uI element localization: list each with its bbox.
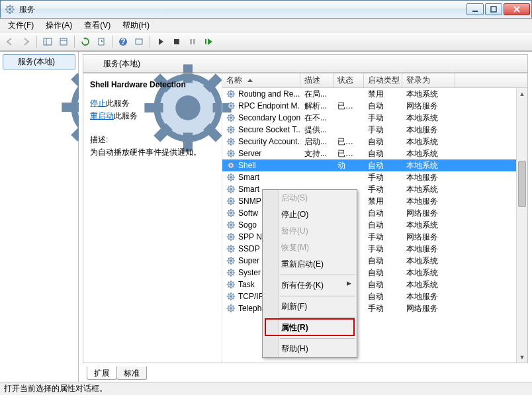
refresh-button[interactable] [78, 34, 93, 49]
col-name[interactable]: 名称 [222, 73, 300, 87]
vertical-scrollbar[interactable]: ▲ ▼ [516, 88, 527, 363]
tab-extended[interactable]: 扩展 [87, 367, 117, 380]
cell-name: RPC Endpoint M... [238, 101, 300, 110]
menu-action[interactable]: 操作(A) [40, 19, 77, 32]
stop-service-button[interactable] [169, 34, 184, 49]
ctx-restart[interactable]: 重新启动(E) [263, 256, 357, 273]
svg-text:?: ? [120, 37, 125, 46]
cell-start: 自动 [364, 148, 402, 159]
ctx-start[interactable]: 启动(S) [263, 190, 357, 206]
cell-start: 手动 [364, 112, 402, 124]
ctx-refresh[interactable]: 刷新(F) [263, 298, 357, 315]
col-status[interactable]: 状态 [333, 73, 364, 87]
cell-logon: 本地系统 [402, 279, 455, 290]
back-button[interactable] [3, 34, 17, 49]
list-header: 名称 描述 状态 启动类型 登录为 [222, 73, 527, 88]
col-desc[interactable]: 描述 [300, 73, 333, 87]
menu-file[interactable]: 文件(F) [3, 19, 39, 32]
cell-name: Server [238, 149, 261, 158]
table-row[interactable]: RPC Endpoint M...解析...已启动自动网络服务 [222, 100, 527, 112]
cell-name: Softw [238, 208, 258, 218]
forward-button[interactable] [19, 34, 33, 49]
scroll-down-icon[interactable]: ▼ [517, 351, 527, 363]
ctx-pause[interactable]: 暂停(U) [263, 223, 357, 240]
cell-logon: 本地系统 [402, 160, 455, 171]
start-service-button[interactable] [154, 34, 168, 49]
cell-logon: 本地服务 [402, 243, 455, 255]
ctx-all-tasks[interactable]: 所有任务(K) [263, 277, 357, 294]
cell-start: 禁用 [364, 89, 402, 100]
gear-icon [226, 220, 236, 230]
menubar: 文件(F) 操作(A) 查看(V) 帮助(H) [0, 19, 532, 32]
restart-link-line: 重启动此服务 [90, 110, 215, 122]
cell-start: 手动 [364, 184, 402, 195]
gear-icon [226, 244, 236, 253]
svg-rect-23 [190, 39, 192, 44]
cell-name: Sogo [238, 220, 257, 230]
description-label: 描述: [90, 134, 215, 146]
cell-logon: 本地系统 [402, 255, 455, 267]
table-row[interactable]: Security Account...启动...已启动自动本地系统 [222, 136, 527, 148]
scroll-up-icon[interactable]: ▲ [517, 88, 527, 99]
scroll-thumb[interactable] [518, 161, 526, 207]
ctx-stop[interactable]: 停止(O) [263, 206, 357, 223]
stop-link-line: 停止此服务 [90, 97, 215, 110]
table-row[interactable]: Shell动自动本地系统 [222, 159, 527, 171]
svg-rect-11 [491, 7, 496, 12]
pause-service-button[interactable] [185, 34, 200, 49]
stop-link[interactable]: 停止 [90, 99, 106, 108]
cell-name: SSDP [238, 244, 260, 253]
cell-desc: 提供... [300, 124, 333, 136]
cell-status: 已启动 [333, 148, 364, 159]
cell-name: Smart [238, 173, 259, 182]
col-start[interactable]: 启动类型 [364, 73, 402, 87]
table-row[interactable]: Routing and Re...在局...禁用本地系统 [222, 88, 527, 100]
gear-icon [226, 197, 236, 206]
properties-toolbar-button[interactable] [56, 34, 71, 49]
col-logon[interactable]: 登录为 [402, 73, 455, 87]
tree-item-services-local[interactable]: 服务(本地) [3, 54, 75, 69]
help-button[interactable]: ? [116, 34, 130, 49]
cell-start: 自动 [364, 220, 402, 231]
cell-logon: 本地系统 [402, 148, 455, 159]
cell-logon: 网络服务 [402, 232, 455, 243]
cell-logon: 本地服务 [402, 291, 455, 302]
app-icon [5, 4, 15, 15]
cell-name: Secure Socket T... [238, 125, 300, 134]
gear-icon [226, 113, 236, 122]
cell-status: 动 [333, 160, 364, 171]
panel-header: 服务(本地) [83, 54, 528, 73]
table-row[interactable]: Server支持...已启动自动本地系统 [222, 148, 527, 159]
tab-standard[interactable]: 标准 [116, 367, 147, 380]
cell-logon: 本地服务 [402, 196, 455, 207]
statusbar-text: 打开当前选择的属性对话框。 [4, 383, 107, 394]
show-hide-tree-button[interactable] [40, 34, 55, 49]
close-button[interactable] [504, 3, 530, 15]
menu-help[interactable]: 帮助(H) [117, 19, 155, 32]
cell-desc: 解析... [300, 101, 333, 112]
table-row[interactable]: Secondary Logon在不...手动本地系统 [222, 112, 527, 124]
cell-name: Super [238, 256, 259, 265]
statusbar: 打开当前选择的属性对话框。 [0, 382, 532, 395]
restart-link[interactable]: 重启动 [90, 111, 114, 120]
menu-view[interactable]: 查看(V) [79, 19, 116, 32]
svg-rect-22 [174, 39, 179, 44]
svg-rect-16 [60, 38, 67, 45]
detail-pane: Shell Hardware Detection 停止此服务 重启动此服务 描述… [83, 73, 222, 363]
cell-start: 手动 [364, 243, 402, 255]
cell-start: 自动 [364, 267, 402, 279]
maximize-button[interactable] [485, 3, 502, 15]
ctx-help[interactable]: 帮助(H) [263, 341, 357, 357]
minimize-button[interactable] [466, 3, 484, 15]
cell-desc: 启动... [300, 136, 333, 148]
table-row[interactable]: Secure Socket T...提供...手动本地服务 [222, 124, 527, 136]
gear-icon [226, 149, 236, 158]
action-button[interactable] [132, 34, 146, 49]
tabs-row: 扩展 标准 [83, 366, 528, 379]
ctx-resume[interactable]: 恢复(M) [263, 240, 357, 256]
ctx-properties[interactable]: 属性(R) [263, 320, 357, 336]
export-button[interactable] [94, 34, 109, 49]
restart-service-button[interactable] [201, 34, 216, 49]
gear-icon [226, 292, 236, 301]
table-row[interactable]: Smart手动本地服务 [222, 171, 527, 183]
